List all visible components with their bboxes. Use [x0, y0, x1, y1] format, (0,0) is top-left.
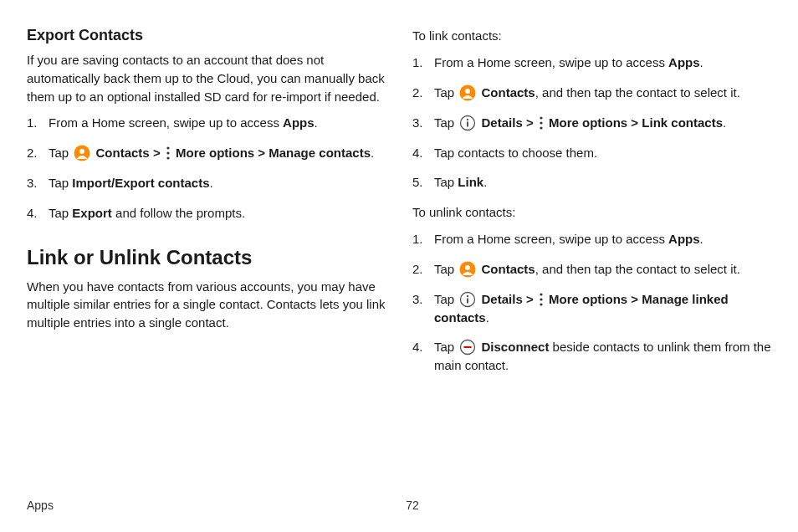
- list-item: From a Home screen, swipe up to access A…: [412, 230, 771, 248]
- svg-point-1: [79, 149, 84, 154]
- footer-section: Apps: [27, 499, 54, 512]
- right-column: To link contacts: From a Home screen, sw…: [412, 27, 771, 386]
- text-bold: Contacts: [482, 85, 535, 100]
- text: Tap: [434, 175, 458, 189]
- list-item: Tap Link.: [412, 173, 771, 192]
- text: From a Home screen, swipe up to access: [434, 55, 668, 69]
- text-bold: Apps: [668, 55, 700, 69]
- text: .: [700, 232, 703, 246]
- text: , and then tap the contact to select it.: [535, 85, 740, 100]
- more-options-icon: [166, 146, 171, 161]
- info-icon: [459, 115, 476, 131]
- export-steps: From a Home screen, swipe up to access A…: [27, 114, 386, 222]
- text-bold: Apps: [283, 115, 315, 130]
- to-link-label: To link contacts:: [412, 27, 771, 45]
- more-options-icon: [539, 115, 544, 130]
- svg-point-10: [540, 116, 542, 119]
- svg-rect-9: [467, 121, 468, 126]
- text-bold: Link: [458, 175, 483, 189]
- text: .: [723, 115, 726, 130]
- list-item: Tap Contacts, and then tap the contact t…: [412, 84, 771, 102]
- text-bold: Export: [72, 206, 112, 220]
- text: Tap: [434, 85, 458, 100]
- list-item: Tap contacts to choose them.: [412, 144, 771, 162]
- text: .: [486, 310, 489, 325]
- text: , and then tap the contact to select it.: [535, 262, 740, 276]
- text-bold: More options: [549, 292, 627, 306]
- svg-point-19: [540, 298, 542, 300]
- text-bold: More options: [549, 115, 627, 130]
- text: Tap: [434, 340, 458, 354]
- text: Tap contacts to choose them.: [434, 146, 597, 160]
- svg-rect-22: [464, 346, 472, 348]
- text: From a Home screen, swipe up to access: [49, 115, 283, 130]
- svg-rect-17: [467, 298, 468, 303]
- text: .: [371, 146, 374, 160]
- text-bold: >: [523, 115, 537, 130]
- text-bold: Apps: [668, 232, 700, 246]
- svg-point-20: [540, 303, 542, 305]
- to-unlink-label: To unlink contacts:: [412, 203, 771, 222]
- list-item: Tap Details > More options > Manage link…: [412, 290, 771, 327]
- link-desc: When you have contacts from various acco…: [27, 278, 386, 332]
- text-bold: Link contacts: [642, 115, 723, 130]
- text: .: [315, 115, 318, 130]
- svg-point-16: [467, 294, 468, 296]
- list-item: Tap Details > More options > Link contac…: [412, 114, 771, 132]
- heading-link-contacts: Link or Unlink Contacts: [27, 246, 386, 269]
- list-item: Tap Export and follow the prompts.: [27, 204, 386, 223]
- text: Tap: [434, 292, 458, 306]
- svg-point-14: [465, 265, 470, 270]
- svg-point-8: [467, 118, 468, 120]
- list-item: Tap Import/Export contacts.: [27, 174, 386, 192]
- text-bold: Details: [482, 115, 523, 130]
- contacts-icon: [459, 84, 476, 101]
- text-bold: Import/Export contacts: [72, 176, 209, 190]
- svg-point-12: [540, 126, 542, 129]
- svg-point-11: [540, 121, 542, 124]
- list-item: From a Home screen, swipe up to access A…: [412, 54, 771, 72]
- text: Tap: [49, 206, 72, 220]
- info-icon: [459, 291, 476, 308]
- text-bold: >: [254, 146, 269, 160]
- text-bold: Manage contacts: [269, 146, 371, 160]
- list-item: Tap Contacts > More options > Manage con…: [27, 144, 386, 162]
- text-bold: More options: [176, 146, 254, 160]
- text-bold: Details: [482, 292, 523, 306]
- svg-point-2: [166, 146, 169, 149]
- text: .: [210, 176, 213, 190]
- unlink-steps: From a Home screen, swipe up to access A…: [412, 230, 771, 375]
- svg-point-18: [540, 293, 542, 295]
- text-bold: >: [627, 292, 642, 306]
- list-item: Tap Contacts, and then tap the contact t…: [412, 260, 771, 279]
- text-bold: Contacts: [482, 262, 535, 276]
- svg-point-6: [465, 89, 470, 94]
- text: and follow the prompts.: [112, 206, 245, 220]
- footer-page-number: 72: [54, 499, 771, 512]
- contacts-icon: [459, 261, 476, 278]
- list-item: Tap Disconnect beside contacts to unlink…: [412, 338, 771, 375]
- disconnect-icon: [459, 339, 476, 356]
- text: From a Home screen, swipe up to access: [434, 232, 668, 246]
- export-desc: If you are saving contacts to an account…: [27, 51, 386, 105]
- more-options-icon: [539, 292, 544, 307]
- svg-point-4: [166, 156, 169, 159]
- contacts-icon: [74, 145, 90, 161]
- text: .: [700, 55, 703, 69]
- list-item: From a Home screen, swipe up to access A…: [27, 114, 386, 132]
- text-bold: >: [627, 115, 642, 130]
- svg-point-3: [166, 151, 169, 154]
- text: Tap: [49, 146, 72, 160]
- text: Tap: [434, 262, 458, 276]
- left-column: Export Contacts If you are saving contac…: [27, 27, 386, 386]
- text: Tap: [49, 176, 72, 190]
- text-bold: Contacts: [96, 146, 150, 160]
- text-bold: Disconnect: [482, 340, 550, 354]
- link-steps: From a Home screen, swipe up to access A…: [412, 54, 771, 192]
- text-bold: >: [523, 292, 537, 306]
- text-bold: >: [150, 146, 164, 160]
- text: Tap: [434, 115, 458, 130]
- text: .: [483, 175, 487, 189]
- heading-export-contacts: Export Contacts: [27, 27, 386, 44]
- page-footer: Apps 72: [27, 499, 771, 512]
